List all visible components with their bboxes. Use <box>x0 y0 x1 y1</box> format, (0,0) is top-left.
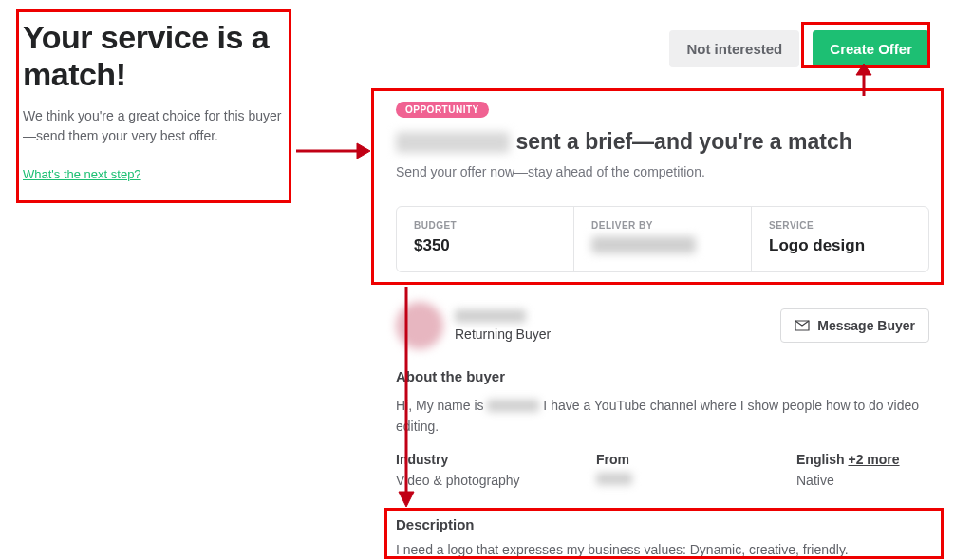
match-subtitle: We think you're a great choice for this … <box>23 106 284 146</box>
from-label: From <box>596 452 796 467</box>
not-interested-button[interactable]: Not interested <box>669 30 799 67</box>
language-value: Native <box>796 473 929 488</box>
detail-industry: Industry Video & photography <box>396 452 596 488</box>
deliver-value <box>591 236 734 258</box>
stat-budget: BUDGET $350 <box>397 207 573 271</box>
buyer-name-redacted <box>455 309 526 323</box>
about-name-redacted <box>487 400 539 412</box>
returning-buyer-badge: Returning Buyer <box>455 327 780 342</box>
message-buyer-label: Message Buyer <box>817 318 915 333</box>
language-label: English +2 more <box>796 452 929 467</box>
detail-from: From <box>596 452 796 488</box>
stat-deliver: DELIVER BY <box>573 207 751 271</box>
svg-marker-1 <box>357 143 370 159</box>
brief-headline-text: sent a brief—and you're a match <box>510 129 852 154</box>
about-buyer: About the buyer Hi, My name is I have a … <box>396 368 929 437</box>
header-actions: Not interested Create Offer <box>669 30 929 67</box>
more-languages-link[interactable]: +2 more <box>848 452 899 467</box>
industry-label: Industry <box>396 452 596 467</box>
about-heading: About the buyer <box>396 368 929 384</box>
brief-stats: BUDGET $350 DELIVER BY SERVICE Logo desi… <box>396 206 929 272</box>
budget-label: BUDGET <box>414 220 556 231</box>
brief-subline: Send your offer now—stay ahead of the co… <box>396 164 929 179</box>
industry-value: Video & photography <box>396 473 596 488</box>
buyer-details: Industry Video & photography From Englis… <box>396 452 929 488</box>
annotation-arrow-right <box>294 138 370 164</box>
description-text: I need a logo that expresses my business… <box>396 542 929 557</box>
from-value <box>596 473 796 488</box>
deliver-label: DELIVER BY <box>591 220 734 231</box>
avatar <box>396 302 443 349</box>
detail-language: English +2 more Native <box>796 452 929 488</box>
service-value: Logo design <box>769 236 911 255</box>
brief-headline: sent a brief—and you're a match <box>396 129 929 155</box>
message-buyer-button[interactable]: Message Buyer <box>780 308 929 343</box>
match-title: Your service is a match! <box>23 19 284 93</box>
envelope-icon <box>795 320 810 331</box>
opportunity-pill: OPPORTUNITY <box>396 102 489 118</box>
stat-service: SERVICE Logo design <box>751 207 928 271</box>
description-heading: Description <box>396 516 929 532</box>
from-value-redacted <box>596 473 632 485</box>
service-label: SERVICE <box>769 220 911 231</box>
description-section: Description I need a logo that expresses… <box>396 516 929 557</box>
annotation-arrow-up <box>851 64 877 96</box>
svg-marker-5 <box>399 492 414 507</box>
about-text: Hi, My name is I have a YouTube channel … <box>396 396 929 437</box>
budget-value: $350 <box>414 236 556 255</box>
deliver-value-redacted <box>591 236 696 253</box>
opportunity-card: OPPORTUNITY sent a brief—and you're a ma… <box>396 100 929 272</box>
next-step-link[interactable]: What's the next step? <box>23 167 141 181</box>
buyer-row: Returning Buyer Message Buyer <box>396 302 929 349</box>
match-panel: Your service is a match! We think you're… <box>23 19 284 182</box>
buyer-name-redacted <box>396 132 510 153</box>
about-prefix: Hi, My name is <box>396 398 487 413</box>
create-offer-button[interactable]: Create Offer <box>813 30 929 67</box>
buyer-meta: Returning Buyer <box>455 309 780 342</box>
